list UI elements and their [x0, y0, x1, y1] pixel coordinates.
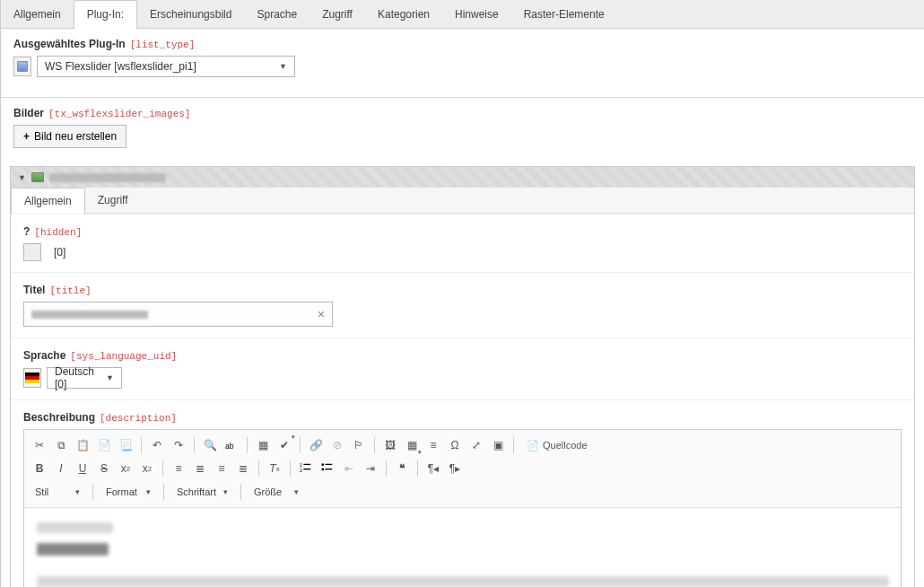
alignjustify-icon[interactable]: ≣ [233, 459, 253, 478]
selected-plugin-label-text: Ausgewähltes Plug-In [13, 38, 126, 50]
horizontalrule-icon[interactable]: ≡ [423, 435, 443, 455]
svg-rect-4 [303, 469, 310, 469]
svg-rect-2 [303, 464, 310, 465]
main-tabs: Allgemein Plug-In: Erscheinungsbild Spra… [1, 0, 924, 29]
indent-icon[interactable]: ⇥ [361, 459, 380, 478]
showblocks-icon[interactable]: ▣ [488, 435, 508, 455]
strike-icon[interactable]: S [94, 459, 114, 478]
source-button-label: Quellcode [543, 440, 588, 451]
alignright-icon[interactable]: ≡ [212, 459, 231, 478]
hidden-checkbox[interactable] [23, 243, 41, 261]
svg-rect-6 [325, 464, 332, 465]
caret-down-icon: ▼ [18, 173, 26, 182]
bilder-label-text: Bilder [13, 107, 44, 119]
tab-plugin[interactable]: Plug-In: [74, 0, 137, 29]
rte-body[interactable] [24, 508, 901, 587]
format-combo[interactable]: Format▾ [100, 482, 156, 502]
svg-rect-8 [325, 469, 332, 469]
bilder-tech: [tx_wsflexslider_images] [48, 109, 190, 119]
bold-icon[interactable]: B [30, 459, 49, 478]
language-select[interactable]: Deutsch [0] ▼ [47, 367, 122, 389]
blockquote-icon[interactable]: ❝ [392, 459, 412, 478]
tab-allgemein[interactable]: Allgemein [1, 0, 74, 28]
language-select-value: Deutsch [0] [55, 365, 99, 390]
selected-plugin-tech: [list_type] [130, 39, 196, 50]
rtl-icon[interactable]: ¶▸ [445, 459, 465, 478]
rte-editor: ✂ ⧉ 📋 📄 📃 ↶ ↷ 🔍 ab ▦ ✔▾ [23, 429, 902, 587]
selectall-icon[interactable]: ▦ [253, 435, 273, 455]
paste-icon[interactable]: 📋 [73, 435, 92, 455]
spellcheck-icon[interactable]: ✔▾ [275, 435, 294, 455]
unlink-icon[interactable]: ⊘ [327, 435, 347, 455]
find-icon[interactable]: 🔍 [200, 435, 220, 455]
size-combo-label: Größe [254, 486, 282, 497]
title-label: Titel [title] [23, 284, 902, 296]
tab-zugriff[interactable]: Zugriff [309, 0, 365, 28]
add-image-button[interactable]: + Bild neu erstellen [13, 125, 126, 148]
tab-sprache[interactable]: Sprache [244, 0, 309, 28]
clear-title-icon[interactable]: × [318, 307, 325, 321]
source-button[interactable]: 📄 Quellcode [519, 435, 595, 455]
font-combo-label: Schriftart [177, 486, 216, 497]
table-icon[interactable]: ▦▾ [402, 435, 422, 455]
tab-hinweise[interactable]: Hinweise [442, 0, 511, 28]
font-combo[interactable]: Schriftart▾ [171, 482, 233, 502]
subtab-allgemein[interactable]: Allgemein [11, 188, 85, 214]
hidden-label-text: ? [23, 225, 30, 238]
title-tech: [title] [49, 285, 91, 296]
specialchar-icon[interactable]: Ω [445, 435, 465, 455]
hidden-label: ? [hidden] [23, 225, 902, 238]
chevron-down-icon: ▾ [294, 487, 299, 496]
removeformat-icon[interactable]: Tx [265, 459, 284, 478]
superscript-icon[interactable]: x2 [137, 459, 157, 478]
redo-icon[interactable]: ↷ [169, 435, 188, 455]
bilder-label: Bilder [tx_wsflexslider_images] [13, 107, 911, 119]
style-combo[interactable]: Stil▾ [30, 482, 85, 502]
numberedlist-icon[interactable]: 12 [296, 459, 316, 478]
underline-icon[interactable]: U [73, 459, 92, 478]
image-record-header[interactable]: ▼ [11, 167, 914, 188]
cut-icon[interactable]: ✂ [30, 435, 49, 455]
anchor-icon[interactable]: 🏳 [349, 435, 369, 455]
selected-plugin-label: Ausgewähltes Plug-In [list_type] [13, 38, 911, 50]
undo-icon[interactable]: ↶ [147, 435, 167, 455]
tab-kategorien[interactable]: Kategorien [365, 0, 442, 28]
rte-toolbar: ✂ ⧉ 📋 📄 📃 ↶ ↷ 🔍 ab ▦ ✔▾ [24, 430, 901, 508]
chevron-down-icon: ▼ [279, 62, 287, 71]
italic-icon[interactable]: I [51, 459, 71, 478]
bulletlist-icon[interactable] [318, 459, 337, 478]
copy-icon[interactable]: ⧉ [51, 435, 71, 455]
language-tech: [sys_language_uid] [70, 351, 177, 362]
plugin-select[interactable]: WS Flexslider [wsflexslider_pi1] ▼ [37, 56, 295, 77]
image-icon[interactable]: 🖼 [380, 435, 400, 455]
title-input[interactable]: × [23, 302, 333, 327]
chevron-down-icon: ▼ [106, 373, 114, 382]
ltr-icon[interactable]: ¶◂ [423, 459, 443, 478]
style-combo-label: Stil [35, 486, 48, 497]
description-label-text: Beschreibung [23, 411, 95, 424]
language-label: Sprache [sys_language_uid] [23, 349, 902, 362]
hidden-value: [0] [54, 246, 65, 258]
link-icon[interactable]: 🔗 [306, 435, 326, 455]
image-record-tabs: Allgemein Zugriff [11, 188, 914, 214]
language-label-text: Sprache [23, 349, 65, 362]
subscript-icon[interactable]: x2 [116, 459, 135, 478]
subtab-zugriff[interactable]: Zugriff [85, 188, 141, 213]
aligncenter-icon[interactable]: ≣ [190, 459, 210, 478]
description-label: Beschreibung [description] [23, 411, 902, 424]
svg-text:ab: ab [225, 442, 234, 451]
outdent-icon[interactable]: ⇤ [339, 459, 359, 478]
plugin-select-value: WS Flexslider [wsflexslider_pi1] [45, 60, 196, 73]
replace-icon[interactable]: ab [222, 435, 241, 455]
paste-word-icon[interactable]: 📃 [116, 435, 135, 455]
svg-point-5 [321, 463, 324, 466]
tab-erscheinungsbild[interactable]: Erscheinungsbild [137, 0, 244, 28]
alignleft-icon[interactable]: ≡ [169, 459, 188, 478]
tab-rasterelemente[interactable]: Raster-Elemente [511, 0, 617, 28]
size-combo[interactable]: Größe▾ [248, 482, 304, 502]
maximize-icon[interactable]: ⤢ [466, 435, 486, 455]
hidden-tech: [hidden] [34, 227, 82, 238]
description-tech: [description] [100, 413, 177, 424]
paste-text-icon[interactable]: 📄 [94, 435, 114, 455]
source-icon: 📄 [527, 440, 539, 451]
